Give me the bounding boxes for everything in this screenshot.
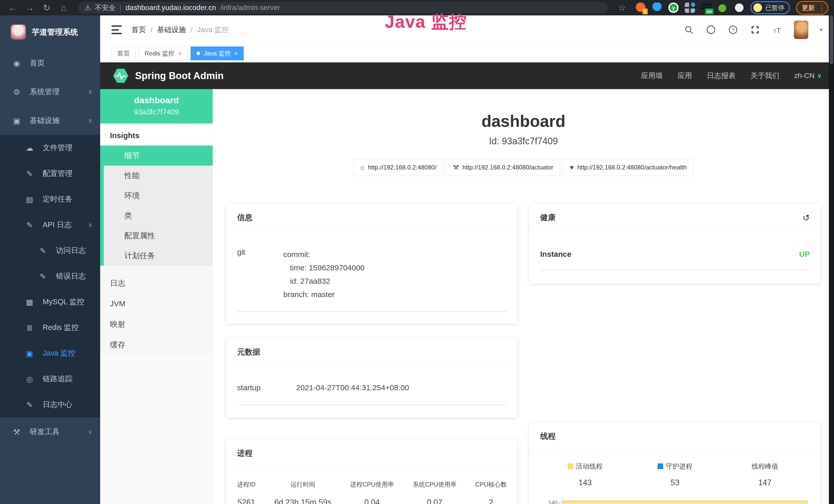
sba-item-classes[interactable]: 类 [104,206,213,226]
eye-icon: ◎ [24,374,35,384]
active-tab-dot [197,52,200,55]
sidebar-item-scheduled-jobs[interactable]: ▤ 定时任务 [0,186,100,212]
sba-nav-about[interactable]: 关于我们 [750,71,779,81]
sba-item-jvm[interactable]: JVM [100,294,213,314]
extension-icon-leaf[interactable] [718,3,728,13]
card-title-text: 健康 [540,212,555,223]
sidebar-item-label: Java 监控 [43,348,75,359]
sba-brand[interactable]: Spring Boot Admin [112,68,224,84]
sidebar-item-error-log[interactable]: ✎ 错误日志 [0,264,100,289]
sidebar-item-access-log[interactable]: ✎ 访问日志 [0,238,100,264]
sba-item-caches[interactable]: 缓存 [100,335,213,355]
sidebar-item-label: 基础设施 [30,116,60,126]
threads-card: 线程 活动线程 守护进程 [529,422,821,504]
fullscreen-icon[interactable] [750,24,761,35]
github-icon[interactable] [706,24,716,35]
not-secure-label[interactable]: 不安全 [95,3,115,12]
forward-icon[interactable]: → [23,3,37,13]
sidebar-item-config-mgmt[interactable]: ✎ 配置管理 [0,161,100,186]
sba-instance-header[interactable]: dashboard 93a3fc7f7409 [100,89,213,123]
bookmark-star-icon[interactable]: ☆ [615,3,629,13]
sidebar-item-label: Redis 监控 [43,322,79,333]
extension-icon-grid[interactable] [685,3,695,13]
page-header: 首页 / 基础设施 / Java 监控 [100,16,834,44]
update-browser-button[interactable]: 更新 ⋮ [796,1,828,15]
sba-item-config-props[interactable]: 配置属性 [104,226,213,246]
sba-nav-applications[interactable]: 应用 [678,71,692,81]
history-icon[interactable]: ↺ [803,212,810,223]
git-commit-line: commit: [283,248,507,261]
sidebar-item-infra[interactable]: ▣ 基础设施 ∧ [0,106,100,135]
sidebar-item-dev-tools[interactable]: ⚒ 研发工具 ∨ [0,417,100,446]
extension-icon-orange[interactable]: 1 [635,3,646,13]
close-icon[interactable]: × [178,50,182,57]
sba-logo-icon [112,68,129,84]
process-col-cores: CPU核心数 2 [475,480,507,504]
tab-redis-monitor[interactable]: Redis 监控 × [139,46,188,60]
health-card-body: Instance UP [529,232,821,284]
sidebar-item-log-center[interactable]: ✎ 日志中心 [0,392,100,417]
collapse-sidebar-icon[interactable] [111,25,122,34]
help-icon[interactable]: ? [728,24,739,35]
sba-item-logging[interactable]: 日志 [100,273,213,294]
chevron-up-icon: ∧ [88,117,92,124]
back-icon[interactable]: ← [6,3,20,13]
url-path: /infra/admin-server [220,4,280,12]
sba-item-mappings[interactable]: 映射 [100,314,213,335]
address-bar[interactable]: ⚠ 不安全 | dashboard.yudao.iocoder.cn /infr… [78,2,608,14]
app-logo-row[interactable]: 芋道管理系统 [0,16,100,49]
sba-item-details[interactable]: 细节 [104,145,213,166]
cards-left-column: 信息 git commit: time: 1596289704000 id: 2… [226,204,518,504]
sba-item-metrics[interactable]: 性能 [104,166,213,186]
threads-legend: 活动线程 守护进程 线程峰值 [540,462,810,471]
browser-menu-icon[interactable]: ⋮ [818,6,822,10]
sba-section-insights: Insights [100,123,213,145]
sidebar-item-redis-monitor[interactable]: ≣ Redis 监控 [0,315,100,340]
user-avatar[interactable] [794,21,808,39]
sidebar-item-java-monitor[interactable]: ▣ Java 监控 [0,340,100,366]
browser-extensions: ☆ 1 y on 已暂停 更新 ⋮ [615,1,828,15]
card-title-text: 信息 [237,212,253,223]
health-url-button[interactable]: ♥ http://192.168.0.2:48080/actuator/heal… [563,159,694,176]
extensions-puzzle-icon[interactable] [734,3,744,13]
breadcrumb-infra[interactable]: 基础设施 [157,25,186,35]
sidebar-item-api-logs[interactable]: ✎ API 日志 ∧ [0,212,100,238]
metadata-key: startup [237,383,296,392]
user-caret-down-icon[interactable]: ▾ [820,26,823,33]
extension-icon-y[interactable]: y [668,3,679,13]
sba-nav-wall[interactable]: 应用墙 [641,71,663,81]
sidebar-item-tracing[interactable]: ◎ 链路追踪 [0,366,100,392]
service-url-button[interactable]: ⌂ http://192.168.0.2:48080/ [353,159,444,176]
sidebar-item-mysql-monitor[interactable]: ▦ MySQL 监控 [0,289,100,315]
sba-instance-name: dashboard [100,95,213,105]
process-card-title: 进程 [226,439,518,467]
row-divider [237,312,507,312]
sidebar-item-home[interactable]: ◉ 首页 [0,49,100,77]
extension-icon-pin[interactable] [652,3,662,13]
search-icon[interactable] [683,24,694,35]
profile-chip[interactable]: 已暂停 [750,1,790,14]
browser-home-icon[interactable]: ⌂ [57,3,71,13]
page-scrollbar[interactable] [829,16,834,504]
close-icon[interactable]: × [234,50,238,57]
sba-item-environment[interactable]: 环境 [104,186,213,206]
font-size-icon[interactable]: T T [772,24,783,35]
sidebar-item-label: API 日志 [43,220,72,230]
scrollbar-thumb[interactable] [830,16,833,64]
health-row[interactable]: Instance UP [540,250,810,258]
sba-nav-journal[interactable]: 日志报表 [707,71,736,81]
sba-language-select[interactable]: zh-CN ∨ [794,72,822,80]
svg-text:T: T [776,26,781,35]
sidebar-item-file-mgmt[interactable]: ☁ 文件管理 [0,135,100,161]
extension-on-badge: on [705,8,714,15]
actuator-url-button[interactable]: ⚒ http://192.168.0.2:48080/actuator [446,159,560,176]
tab-java-monitor[interactable]: Java 监控 × [191,46,244,60]
sba-item-scheduled-tasks[interactable]: 计划任务 [104,246,213,266]
layers-icon: ≣ [24,323,35,332]
reload-icon[interactable]: ↻ [40,3,54,13]
breadcrumb-home[interactable]: 首页 [132,25,146,35]
legend-blue-swatch [658,463,663,469]
extension-icon-rows[interactable]: on [701,3,711,13]
tab-home[interactable]: 首页 [111,46,136,60]
sidebar-item-system[interactable]: ⚙ 系统管理 ∨ [0,77,100,106]
